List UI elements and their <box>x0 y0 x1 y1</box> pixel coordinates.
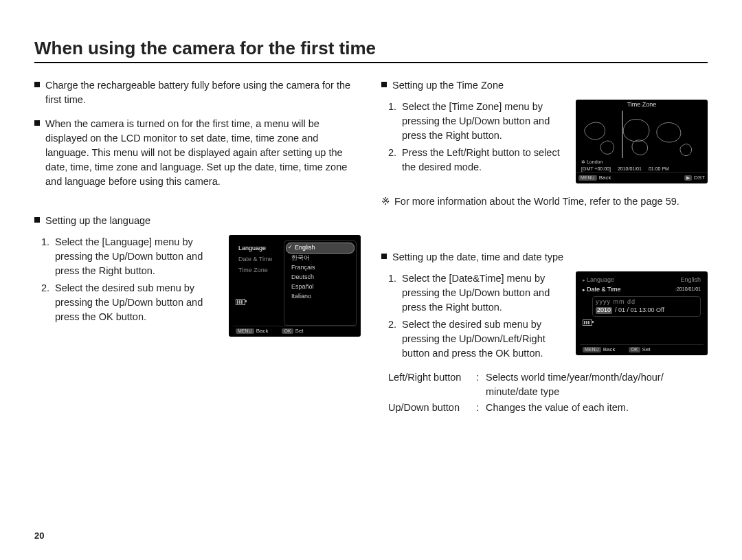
bullet-icon <box>34 217 40 223</box>
back-label: Back <box>256 328 269 334</box>
bullet-icon <box>34 120 40 126</box>
menu-lang: Language <box>233 243 281 254</box>
tz-gmt: [GMT +00:00] <box>581 166 611 172</box>
menu-btn-label: MENU <box>583 347 601 352</box>
tz-step-1: Select the [Time Zone] menu by pressing … <box>402 100 567 143</box>
dt-year: 2010 <box>596 307 612 314</box>
intro-2: When the camera is turned on for the fir… <box>45 117 361 189</box>
bullet-icon <box>381 82 387 87</box>
menu-btn-label: MENU <box>578 175 597 181</box>
right-column: Setting up the Time Zone 1.Select the [T… <box>381 78 708 416</box>
dst-btn-label: ▶ <box>684 175 692 181</box>
menu-btn-label: MENU <box>236 328 254 334</box>
dst-label: DST <box>694 175 705 181</box>
def-lr-text: Selects world time/year/month/day/hour/ … <box>486 370 708 399</box>
dt-step-2: Select the desired sub menu by pressing … <box>402 317 567 361</box>
dt-row-lang-val: English <box>680 277 701 284</box>
dt-heading: Setting up the date, time and date type <box>392 250 563 265</box>
lang-opt-spanish: Español <box>286 282 355 292</box>
dt-format: yyyy mm dd <box>596 299 697 306</box>
lang-step-2: Select the desired sub menu by pressing … <box>55 281 221 324</box>
def-lr-label: Left/Right button <box>388 370 476 399</box>
menu-timezone: Time Zone <box>233 265 281 276</box>
dt-row-lang: Language <box>583 277 614 284</box>
battery-icon <box>236 299 245 305</box>
tz-title: Time Zone <box>576 100 708 111</box>
lang-opt-french: Français <box>286 263 355 273</box>
tz-date: 2010/01/01 <box>618 166 642 172</box>
dt-row-dt-val: 2010/01/01 <box>677 287 701 291</box>
menu-datetime: Date & Time <box>233 254 281 265</box>
tz-city: London <box>587 159 603 164</box>
lcd-timezone-screenshot: Time Zone <box>576 100 708 183</box>
bullet-icon <box>34 82 40 87</box>
ok-btn-label: OK <box>629 347 640 352</box>
page-title: When using the camera for the first time <box>34 38 708 63</box>
page-number: 20 <box>34 530 44 541</box>
def-ud-label: Up/Down button <box>388 401 476 415</box>
lang-heading: Setting up the language <box>45 214 150 228</box>
dt-row-dt: Date & Time <box>583 287 620 293</box>
def-ud-text: Changes the value of each item. <box>486 401 629 415</box>
tz-time: 01:00 PM <box>649 166 669 172</box>
intro-1: Charge the rechargeable battery fully be… <box>45 78 361 107</box>
lcd-datetime-screenshot: Language English Date & Time :2010/01/01… <box>576 271 708 355</box>
back-label: Back <box>603 346 616 352</box>
tz-heading: Setting up the Time Zone <box>392 78 504 93</box>
bullet-icon <box>381 254 387 259</box>
back-label: Back <box>599 175 611 181</box>
left-column: Charge the rechargeable battery fully be… <box>34 78 361 416</box>
lang-opt-korean: 한국어 <box>286 254 355 263</box>
note-text: For more information about the World Tim… <box>394 194 679 209</box>
dt-step-1: Select the [Date&Time] menu by pressing … <box>402 271 567 315</box>
lcd-language-screenshot: Language Date & Time Time Zone English 한… <box>229 235 361 337</box>
world-map-icon <box>580 111 704 158</box>
lang-opt-german: Deutsch <box>286 273 355 282</box>
note-marker: ※ <box>381 194 390 209</box>
tz-step-2: Press the Left/Right button to select th… <box>402 146 567 175</box>
battery-icon <box>583 320 592 326</box>
ok-btn-label: OK <box>282 328 293 334</box>
set-label: Set <box>642 346 651 352</box>
set-label: Set <box>295 328 304 334</box>
dt-rest: / 01 / 01 13:00 Off <box>615 307 664 314</box>
lang-step-1: Select the [Language] menu by pressing t… <box>55 235 221 278</box>
lang-opt-italian: Italiano <box>286 292 355 302</box>
lang-opt-english: English <box>286 243 355 254</box>
